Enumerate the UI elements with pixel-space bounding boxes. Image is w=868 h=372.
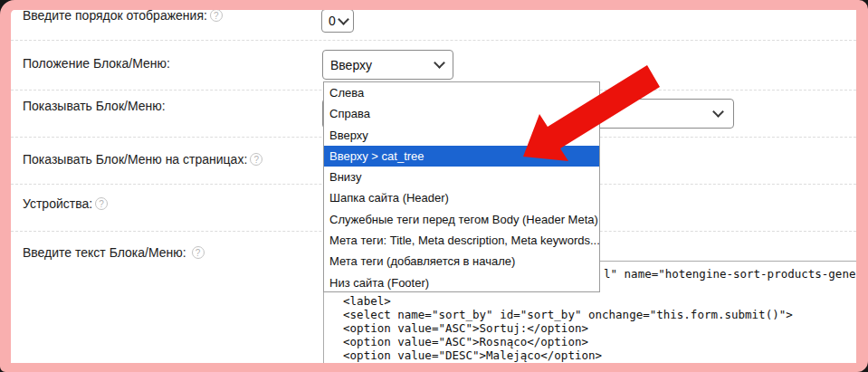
dropdown-option[interactable]: Мета теги: Title, Meta description, Meta… bbox=[324, 230, 599, 251]
help-icon[interactable]: ? bbox=[192, 246, 205, 259]
help-icon[interactable]: ? bbox=[250, 153, 262, 166]
dropdown-option[interactable]: Вверху bbox=[324, 125, 599, 146]
help-icon[interactable]: ? bbox=[95, 197, 108, 210]
code-line: <option value="ASC">Rosnąco</option> bbox=[329, 335, 793, 348]
display-order-value: 0 bbox=[322, 14, 336, 28]
display-order-select[interactable]: 0 bbox=[321, 9, 354, 33]
dropdown-option[interactable]: Мета теги (добавляется в начале) bbox=[324, 251, 599, 272]
chevron-down-icon bbox=[338, 14, 349, 25]
form-row-show: Показывать Блок/Меню: bbox=[23, 99, 166, 113]
dropdown-option[interactable]: Служебные теги перед тегом Body (Header … bbox=[324, 209, 599, 230]
block-position-select[interactable]: Вверху bbox=[322, 50, 453, 80]
form-row-position: Положение Блока/Меню: bbox=[23, 56, 170, 71]
chevron-down-icon bbox=[712, 106, 724, 118]
position-label: Положение Блока/Меню: bbox=[23, 56, 170, 71]
code-line: <option value="ASC">Sortuj:</option> bbox=[329, 321, 793, 335]
order-label: Введите порядок отображения: bbox=[23, 8, 207, 23]
screenshot-page: Введите порядок отображения: ? Положение… bbox=[0, 0, 868, 372]
chevron-down-icon bbox=[434, 57, 445, 69]
code-line: <label> bbox=[329, 294, 793, 308]
form-row-devices: Устройства: ? bbox=[23, 196, 108, 211]
row-separator bbox=[11, 40, 856, 41]
code-line: <select name="sort_by" id="sort_by" onch… bbox=[329, 308, 793, 321]
dropdown-option-selected[interactable]: Вверху > cat_tree bbox=[324, 146, 599, 167]
dropdown-option[interactable]: Слева bbox=[324, 82, 599, 103]
text-label: Введите текст Блока/Меню: bbox=[23, 245, 186, 260]
pages-label: Показывать Блок/Меню на страницах: bbox=[23, 152, 247, 167]
dropdown-option[interactable]: Справа bbox=[324, 103, 599, 124]
block-position-value: Вверху bbox=[323, 58, 432, 72]
help-icon[interactable]: ? bbox=[210, 9, 223, 22]
code-line: </select> bbox=[329, 362, 793, 369]
form-row-text: Введите текст Блока/Меню: ? bbox=[23, 245, 205, 260]
code-line: <option value="DESC">Malejąco</option> bbox=[329, 348, 793, 362]
devices-label: Устройства: bbox=[23, 196, 92, 211]
dropdown-option[interactable]: Шапка сайта (Header) bbox=[324, 187, 599, 208]
form-row-pages: Показывать Блок/Меню на страницах: ? bbox=[23, 152, 262, 167]
dropdown-option[interactable]: Низ сайта (Footer) bbox=[324, 272, 599, 292]
dropdown-list: СлеваСправаВверхуВверху > cat_treeВнизуШ… bbox=[323, 81, 600, 292]
code-line1-fragment: l" name="hotengine-sort-products-generat… bbox=[604, 267, 863, 281]
dropdown-option[interactable]: Внизу bbox=[324, 167, 599, 187]
show-label: Показывать Блок/Меню: bbox=[23, 99, 166, 113]
form-row-order: Введите порядок отображения: ? bbox=[23, 8, 223, 23]
